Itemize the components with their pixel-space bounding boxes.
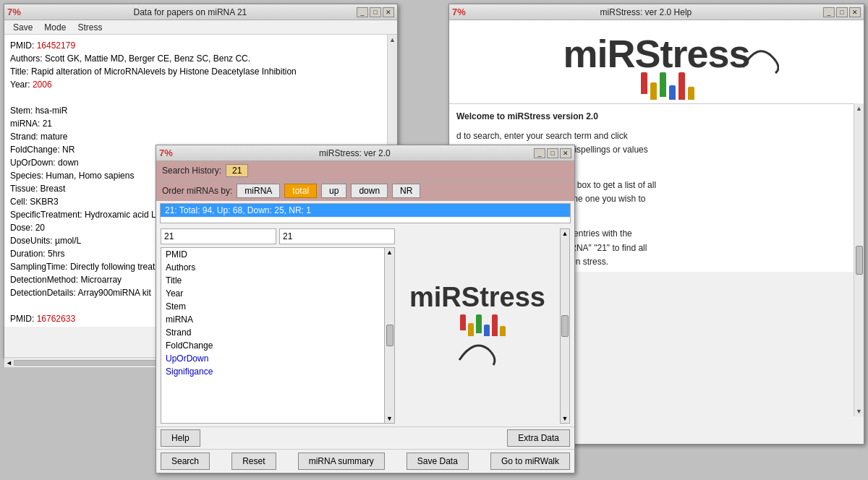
order-total-btn[interactable]: total [284, 184, 317, 198]
order-nr-btn[interactable]: NR [392, 184, 420, 198]
mini-logo-bars [460, 314, 506, 336]
help-maximize-button[interactable]: □ [836, 7, 848, 17]
secondary-buttons: Help Extra Data [156, 427, 574, 449]
mini-logo-curve [456, 335, 514, 371]
main-window-controls: _ □ ✕ [534, 148, 571, 158]
help-logo: miRStress [563, 31, 749, 76]
help-logo-text: miRStress [563, 32, 749, 75]
fields-scrollbar[interactable]: ▲ ▼ [385, 247, 395, 424]
help-welcome: Welcome to miRStress version 2.0 [456, 110, 846, 124]
order-bar: Order miRNAs by: miRNA total up down NR [156, 180, 574, 201]
field-foldchange[interactable]: FoldChange [161, 339, 384, 352]
close-button[interactable]: ✕ [383, 7, 394, 17]
help-titlebar: 7% miRStress: ver 2.0 Help _ □ ✕ [449, 4, 864, 20]
menu-save[interactable]: Save [7, 21, 38, 34]
maximize-button[interactable]: □ [370, 7, 381, 17]
help-logo-bars [641, 72, 694, 100]
papers-window-title: Data for papers on miRNA 21 [24, 7, 357, 17]
field-pmid[interactable]: PMID [161, 248, 384, 261]
bar-5 [678, 72, 685, 100]
reset-button[interactable]: Reset [231, 453, 276, 470]
search-inputs [161, 228, 395, 244]
field-authors[interactable]: Authors [161, 261, 384, 274]
papers-window-controls: _ □ ✕ [357, 7, 394, 17]
help-window-controls: _ □ ✕ [823, 7, 861, 17]
search-button[interactable]: Search [161, 453, 210, 470]
bottom-buttons: Search Reset miRNA summary Save Data Go … [156, 449, 574, 473]
save-data-button[interactable]: Save Data [407, 453, 469, 470]
menu-mode[interactable]: Mode [38, 21, 72, 34]
fields-list: PMID Authors Title Year Stem miRNA Stran… [161, 247, 385, 424]
help-button[interactable]: Help [161, 429, 200, 447]
field-year[interactable]: Year [161, 287, 384, 300]
mirna-summary-button[interactable]: miRNA summary [298, 453, 385, 470]
bar-3 [660, 72, 666, 97]
field-strand[interactable]: Strand [161, 326, 384, 339]
order-label: Order miRNAs by: [162, 186, 232, 196]
help-scrollbar[interactable]: ▲ ▼ [854, 103, 864, 416]
main-close-button[interactable]: ✕ [560, 148, 571, 158]
help-logo-area: miRStress [449, 20, 864, 103]
order-mirna-btn[interactable]: miRNA [237, 184, 280, 198]
mini-logo-text: miRStress [409, 282, 545, 313]
papers-menubar: Save Mode Stress [4, 20, 397, 35]
left-panel: PMID Authors Title Year Stem miRNA Stran… [161, 228, 395, 424]
bar-4 [669, 85, 676, 100]
field-title[interactable]: Title [161, 274, 384, 287]
help-minimize-button[interactable]: _ [823, 7, 835, 17]
help-close-button[interactable]: ✕ [849, 7, 861, 17]
main-body: PMID Authors Title Year Stem miRNA Stran… [156, 226, 574, 427]
menu-stress[interactable]: Stress [72, 21, 108, 34]
main-window-title: miRStress: ver 2.0 [176, 148, 534, 158]
field-signifigance[interactable]: Signifigance [161, 365, 384, 378]
results-item[interactable]: 21: Total: 94, Up: 68, Down: 25, NR: 1 [161, 204, 570, 217]
bar-6 [688, 87, 694, 100]
order-down-btn[interactable]: down [351, 184, 388, 198]
main-window-icon: 7% [159, 147, 173, 158]
help-window-icon: 7% [452, 7, 466, 17]
extra-data-button[interactable]: Extra Data [507, 429, 570, 447]
search-history-label: Search History: [162, 166, 221, 176]
main-window: 7% miRStress: ver 2.0 _ □ ✕ Search Histo… [156, 145, 575, 473]
mini-logo: miRStress [409, 282, 545, 371]
search-history-bar: Search History: 21 [156, 161, 574, 180]
right-panel: miRStress [399, 228, 556, 424]
bar-2 [650, 82, 657, 100]
search-field-2[interactable] [279, 228, 395, 244]
main-titlebar: 7% miRStress: ver 2.0 _ □ ✕ [156, 145, 574, 161]
main-maximize-button[interactable]: □ [547, 148, 558, 158]
field-stem[interactable]: Stem [161, 300, 384, 313]
fields-area: PMID Authors Title Year Stem miRNA Stran… [161, 247, 395, 424]
field-mirna[interactable]: miRNA [161, 313, 384, 326]
search-field-1[interactable] [161, 228, 276, 244]
results-container: 21: Total: 94, Up: 68, Down: 25, NR: 1 [160, 203, 571, 223]
field-upordown[interactable]: UpOrDown [161, 352, 384, 365]
help-window-title: miRStress: ver 2.0 Help [469, 7, 823, 17]
papers-window-icon: 7% [7, 7, 21, 17]
main-minimize-button[interactable]: _ [534, 148, 545, 158]
help-logo-curve [736, 38, 779, 74]
papers-titlebar: 7% Data for papers on miRNA 21 _ □ ✕ [4, 4, 397, 20]
mini-bar-5 [492, 314, 498, 336]
right-scrollbar[interactable]: ▲ ▼ [560, 228, 570, 424]
search-history-tag[interactable]: 21 [226, 164, 248, 177]
minimize-button[interactable]: _ [357, 7, 368, 17]
mini-bar-3 [476, 314, 482, 333]
order-up-btn[interactable]: up [321, 184, 346, 198]
go-to-mirwalk-button[interactable]: Go to miRWalk [490, 453, 570, 470]
mini-bar-1 [460, 314, 466, 330]
